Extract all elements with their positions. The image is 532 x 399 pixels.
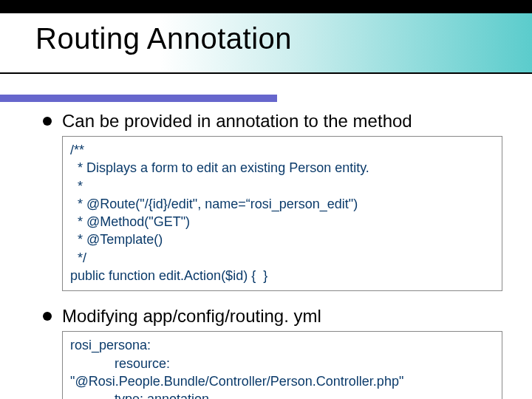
bullet-row: Can be provided in annotation to the met…: [43, 111, 502, 132]
bullet-icon: [43, 312, 52, 321]
code-box-annotation: /** * Displays a form to edit an existin…: [62, 136, 502, 291]
title-band: Routing Annotation: [0, 13, 532, 74]
bullet-text: Modifying app/config/routing. yml: [62, 306, 321, 327]
bullet-row: Modifying app/config/routing. yml: [43, 306, 502, 327]
accent-bar: [0, 95, 277, 102]
slide-title: Routing Annotation: [35, 22, 292, 55]
code-box-yaml: rosi_persona: resource: "@Rosi.People.Bu…: [62, 331, 502, 399]
bullet-icon: [43, 117, 52, 126]
bullet-text: Can be provided in annotation to the met…: [62, 111, 412, 132]
content-area: Can be provided in annotation to the met…: [43, 111, 502, 399]
top-black-strip: [0, 0, 532, 13]
